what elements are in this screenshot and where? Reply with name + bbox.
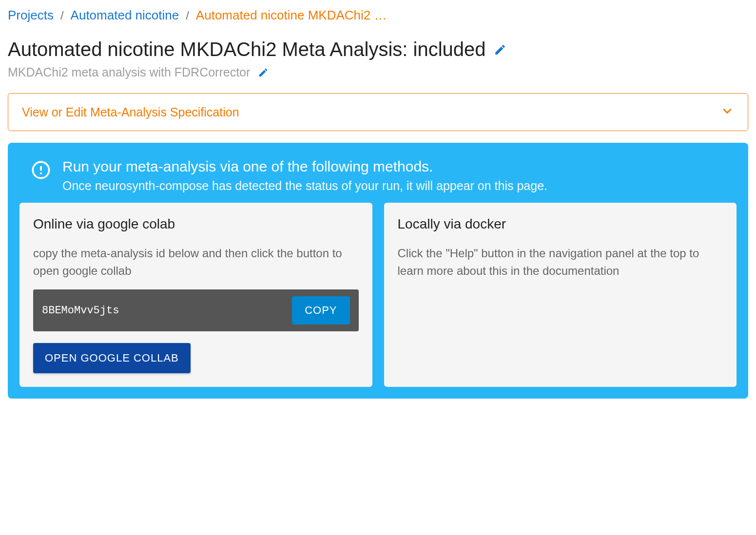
page-title: Automated nicotine MKDAChi2 Meta Analysi…	[8, 38, 486, 60]
cards-row: Online via google colab copy the meta-an…	[19, 203, 737, 387]
breadcrumb: Projects / Automated nicotine / Automate…	[8, 8, 748, 23]
colab-card-text: copy the meta-analysis id below and then…	[33, 245, 359, 280]
breadcrumb-link-project[interactable]: Automated nicotine	[71, 8, 179, 23]
info-icon	[31, 160, 51, 182]
page-subtitle: MKDAChi2 meta analysis with FDRCorrector	[8, 65, 250, 79]
breadcrumb-separator: /	[60, 9, 64, 22]
info-title: Run your meta-analysis via one of the fo…	[62, 158, 547, 175]
subtitle-row: MKDAChi2 meta analysis with FDRCorrector	[8, 65, 748, 79]
edit-title-icon[interactable]	[494, 43, 506, 56]
info-text: Run your meta-analysis via one of the fo…	[62, 158, 547, 193]
breadcrumb-link-projects[interactable]: Projects	[8, 8, 54, 23]
run-info-panel: Run your meta-analysis via one of the fo…	[8, 143, 748, 399]
specification-accordion[interactable]: View or Edit Meta-Analysis Specification	[8, 93, 748, 131]
copy-button[interactable]: COPY	[292, 296, 349, 325]
docker-card: Locally via docker Click the "Help" butt…	[384, 203, 737, 387]
title-row: Automated nicotine MKDAChi2 Meta Analysi…	[8, 38, 748, 60]
docker-card-title: Locally via docker	[398, 216, 723, 232]
accordion-label: View or Edit Meta-Analysis Specification	[22, 105, 239, 119]
chevron-down-icon	[720, 104, 734, 120]
breadcrumb-current: Automated nicotine MKDAChi2 …	[196, 8, 387, 23]
svg-point-2	[40, 172, 42, 174]
docker-card-text: Click the "Help" button in the navigatio…	[398, 245, 723, 280]
info-header: Run your meta-analysis via one of the fo…	[19, 154, 737, 203]
info-subtitle: Once neurosynth-compose has detected the…	[62, 179, 547, 193]
colab-card-title: Online via google colab	[33, 216, 359, 232]
meta-analysis-id: 8BEMoMvv5jts	[42, 305, 119, 317]
breadcrumb-separator: /	[186, 9, 189, 22]
meta-analysis-id-block: 8BEMoMvv5jts COPY	[33, 289, 359, 331]
open-google-collab-button[interactable]: OPEN GOOGLE COLLAB	[33, 343, 191, 373]
colab-card: Online via google colab copy the meta-an…	[19, 203, 372, 387]
edit-subtitle-icon[interactable]	[258, 67, 269, 78]
